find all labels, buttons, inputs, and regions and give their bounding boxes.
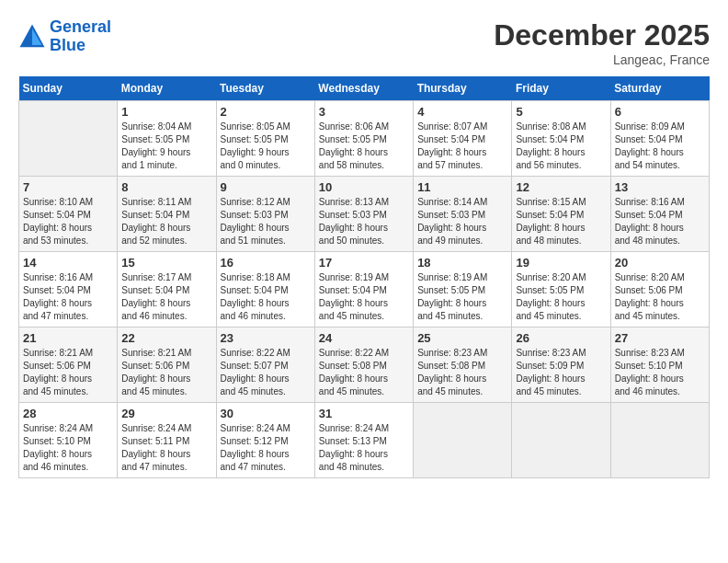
calendar-cell: 22Sunrise: 8:21 AM Sunset: 5:06 PM Dayli… [118,327,216,403]
logo: General Blue [18,18,111,55]
day-number: 10 [319,180,409,194]
calendar-cell: 21Sunrise: 8:21 AM Sunset: 5:06 PM Dayli… [19,327,118,403]
day-number: 7 [23,180,113,194]
calendar-cell: 8Sunrise: 8:11 AM Sunset: 5:04 PM Daylig… [118,177,216,252]
logo-text: General Blue [50,18,111,55]
calendar-cell: 25Sunrise: 8:23 AM Sunset: 5:08 PM Dayli… [414,327,512,403]
calendar-cell [414,403,512,478]
day-number: 17 [319,256,409,270]
weekday-header-tuesday: Tuesday [216,76,314,101]
weekday-header-sunday: Sunday [19,76,118,101]
calendar-table: SundayMondayTuesdayWednesdayThursdayFrid… [18,76,710,478]
calendar-cell: 17Sunrise: 8:19 AM Sunset: 5:04 PM Dayli… [314,252,413,327]
day-number: 13 [615,180,705,194]
svg-marker-1 [32,29,42,45]
day-number: 30 [221,407,311,420]
calendar-cell: 15Sunrise: 8:17 AM Sunset: 5:04 PM Dayli… [118,252,216,327]
location: Langeac, France [494,52,710,67]
day-number: 22 [121,331,211,345]
day-info: Sunrise: 8:21 AM Sunset: 5:06 PM Dayligh… [23,347,113,398]
weekday-header-thursday: Thursday [414,76,512,101]
calendar-cell: 27Sunrise: 8:23 AM Sunset: 5:10 PM Dayli… [610,327,709,403]
day-info: Sunrise: 8:24 AM Sunset: 5:12 PM Dayligh… [221,422,311,474]
day-info: Sunrise: 8:10 AM Sunset: 5:04 PM Dayligh… [23,196,113,247]
calendar-cell: 31Sunrise: 8:24 AM Sunset: 5:13 PM Dayli… [314,403,413,478]
week-row-3: 14Sunrise: 8:16 AM Sunset: 5:04 PM Dayli… [19,252,710,327]
week-row-2: 7Sunrise: 8:10 AM Sunset: 5:04 PM Daylig… [19,177,710,252]
day-info: Sunrise: 8:09 AM Sunset: 5:04 PM Dayligh… [615,121,705,172]
weekday-header-row: SundayMondayTuesdayWednesdayThursdayFrid… [19,76,710,101]
calendar-cell: 28Sunrise: 8:24 AM Sunset: 5:10 PM Dayli… [19,403,118,478]
day-number: 2 [221,105,311,119]
day-number: 3 [319,105,409,119]
day-number: 15 [121,256,211,270]
day-number: 19 [516,256,606,270]
day-info: Sunrise: 8:05 AM Sunset: 5:05 PM Dayligh… [221,121,311,172]
day-number: 29 [121,407,211,420]
weekday-header-saturday: Saturday [610,76,709,101]
calendar-cell: 16Sunrise: 8:18 AM Sunset: 5:04 PM Dayli… [216,252,314,327]
day-number: 12 [516,180,606,194]
calendar-cell [19,101,118,177]
page-header: General Blue December 2025 Langeac, Fran… [18,18,710,67]
day-info: Sunrise: 8:21 AM Sunset: 5:06 PM Dayligh… [121,347,211,398]
calendar-cell: 9Sunrise: 8:12 AM Sunset: 5:03 PM Daylig… [216,177,314,252]
logo-line2: Blue [50,36,85,54]
day-info: Sunrise: 8:16 AM Sunset: 5:04 PM Dayligh… [23,271,113,323]
calendar-cell: 7Sunrise: 8:10 AM Sunset: 5:04 PM Daylig… [19,177,118,252]
day-number: 5 [516,105,606,119]
day-number: 1 [121,105,211,119]
title-block: December 2025 Langeac, France [494,18,710,67]
calendar-cell [610,403,709,478]
day-info: Sunrise: 8:24 AM Sunset: 5:11 PM Dayligh… [121,422,211,474]
day-info: Sunrise: 8:04 AM Sunset: 5:05 PM Dayligh… [121,121,211,172]
day-info: Sunrise: 8:23 AM Sunset: 5:09 PM Dayligh… [516,347,606,398]
day-number: 4 [417,105,507,119]
day-number: 27 [615,331,705,345]
week-row-1: 1Sunrise: 8:04 AM Sunset: 5:05 PM Daylig… [19,101,710,177]
day-number: 21 [23,331,113,345]
day-number: 25 [417,331,507,345]
day-number: 24 [319,331,409,345]
day-info: Sunrise: 8:19 AM Sunset: 5:05 PM Dayligh… [417,271,507,323]
day-info: Sunrise: 8:16 AM Sunset: 5:04 PM Dayligh… [615,196,705,247]
day-number: 20 [615,256,705,270]
calendar-cell: 19Sunrise: 8:20 AM Sunset: 5:05 PM Dayli… [512,252,610,327]
day-info: Sunrise: 8:14 AM Sunset: 5:03 PM Dayligh… [417,196,507,247]
day-info: Sunrise: 8:15 AM Sunset: 5:04 PM Dayligh… [516,196,606,247]
day-info: Sunrise: 8:17 AM Sunset: 5:04 PM Dayligh… [121,271,211,323]
day-info: Sunrise: 8:22 AM Sunset: 5:08 PM Dayligh… [319,347,409,398]
calendar-cell [512,403,610,478]
day-number: 31 [319,407,409,420]
day-number: 28 [23,407,113,420]
day-info: Sunrise: 8:20 AM Sunset: 5:06 PM Dayligh… [615,271,705,323]
calendar-cell: 12Sunrise: 8:15 AM Sunset: 5:04 PM Dayli… [512,177,610,252]
day-info: Sunrise: 8:23 AM Sunset: 5:08 PM Dayligh… [417,347,507,398]
day-number: 9 [221,180,311,194]
calendar-cell: 23Sunrise: 8:22 AM Sunset: 5:07 PM Dayli… [216,327,314,403]
day-info: Sunrise: 8:22 AM Sunset: 5:07 PM Dayligh… [221,347,311,398]
calendar-cell: 4Sunrise: 8:07 AM Sunset: 5:04 PM Daylig… [414,101,512,177]
calendar-cell: 24Sunrise: 8:22 AM Sunset: 5:08 PM Dayli… [314,327,413,403]
calendar-cell: 30Sunrise: 8:24 AM Sunset: 5:12 PM Dayli… [216,403,314,478]
calendar-cell: 29Sunrise: 8:24 AM Sunset: 5:11 PM Dayli… [118,403,216,478]
calendar-cell: 2Sunrise: 8:05 AM Sunset: 5:05 PM Daylig… [216,101,314,177]
week-row-4: 21Sunrise: 8:21 AM Sunset: 5:06 PM Dayli… [19,327,710,403]
calendar-cell: 26Sunrise: 8:23 AM Sunset: 5:09 PM Dayli… [512,327,610,403]
calendar-cell: 20Sunrise: 8:20 AM Sunset: 5:06 PM Dayli… [610,252,709,327]
calendar-cell: 11Sunrise: 8:14 AM Sunset: 5:03 PM Dayli… [414,177,512,252]
day-info: Sunrise: 8:24 AM Sunset: 5:10 PM Dayligh… [23,422,113,474]
weekday-header-monday: Monday [118,76,216,101]
week-row-5: 28Sunrise: 8:24 AM Sunset: 5:10 PM Dayli… [19,403,710,478]
calendar-cell: 5Sunrise: 8:08 AM Sunset: 5:04 PM Daylig… [512,101,610,177]
day-number: 18 [417,256,507,270]
day-number: 23 [221,331,311,345]
calendar-cell: 1Sunrise: 8:04 AM Sunset: 5:05 PM Daylig… [118,101,216,177]
day-number: 6 [615,105,705,119]
day-number: 11 [417,180,507,194]
day-info: Sunrise: 8:12 AM Sunset: 5:03 PM Dayligh… [221,196,311,247]
day-number: 14 [23,256,113,270]
day-info: Sunrise: 8:13 AM Sunset: 5:03 PM Dayligh… [319,196,409,247]
day-info: Sunrise: 8:11 AM Sunset: 5:04 PM Dayligh… [121,196,211,247]
logo-icon [18,23,46,51]
